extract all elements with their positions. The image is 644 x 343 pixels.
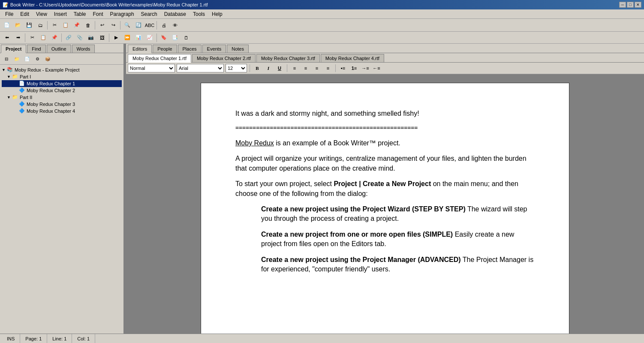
doc-tab-moby-redux-chapter-3.rtf[interactable]: Moby Redux Chapter 3.rtf <box>256 54 320 62</box>
open-button[interactable]: 📂 <box>13 21 23 30</box>
document-page[interactable]: It was a dark and stormy night, and some… <box>201 83 569 334</box>
underline-button[interactable]: U <box>275 64 284 72</box>
indent-button[interactable]: →≡ <box>361 64 370 72</box>
window-controls[interactable]: ─ □ ✕ <box>619 2 641 8</box>
menu-item-help[interactable]: Help <box>208 10 226 18</box>
tree-add-doc[interactable]: 📄 <box>22 54 32 63</box>
section-tab-people[interactable]: People <box>153 45 177 53</box>
save-button[interactable]: 💾 <box>24 21 34 30</box>
left-tab-words[interactable]: Words <box>72 45 95 53</box>
print-preview-button[interactable]: 👁 <box>170 21 180 30</box>
section-tab-editors[interactable]: Editors <box>128 45 152 53</box>
close-button[interactable]: ✕ <box>635 2 641 8</box>
menu-bar: FileEditViewInsertTableFontParagraphSear… <box>0 9 644 19</box>
doc-line-4: A project will organize your writings, c… <box>235 154 535 173</box>
tb2-btn8[interactable]: 📷 <box>86 33 96 42</box>
tb2-btn5[interactable]: 📌 <box>49 33 60 42</box>
bold-button[interactable]: B <box>253 64 262 72</box>
doc-tab-moby-redux-chapter-4.rtf[interactable]: Moby Redux Chapter 4.rtf <box>321 54 384 62</box>
tree-add[interactable]: 📁 <box>12 54 21 63</box>
project-tree: ▼ 📚 Moby Redux - Example Project ▼ 📁 Par… <box>0 65 123 334</box>
menu-item-table[interactable]: Table <box>70 10 90 18</box>
doc-tab-moby-redux-chapter-1.rtf[interactable]: Moby Redux Chapter 1.rtf <box>128 54 191 63</box>
tree-options[interactable]: ⚙ <box>33 54 42 63</box>
tb2-btn1[interactable]: ⬅ <box>2 33 12 42</box>
ch2-icon: 🔷 <box>19 87 26 93</box>
editor-area[interactable]: It was a dark and stormy night, and some… <box>126 74 644 334</box>
menu-item-font[interactable]: Font <box>90 10 107 18</box>
ch1-icon: 📄 <box>19 81 26 87</box>
align-justify-button[interactable]: ≡ <box>323 64 333 72</box>
tb2-btn15[interactable]: 📑 <box>170 33 180 42</box>
section-tab-places[interactable]: Places <box>178 45 202 53</box>
undo-button[interactable]: ↩ <box>97 21 107 30</box>
tb2-btn3[interactable]: ✂ <box>27 33 37 42</box>
tb2-btn2[interactable]: ➡ <box>13 33 23 42</box>
doc-bold-3: Create a new project from one or more op… <box>261 231 453 238</box>
print-button[interactable]: 🖨 <box>159 21 169 30</box>
tb2-btn16[interactable]: 🗒 <box>181 33 191 42</box>
menu-item-search[interactable]: Search <box>138 10 161 18</box>
tree-ch4-label: Moby Redux Chapter 4 <box>27 108 75 114</box>
status-line: Line: 1 <box>47 334 72 343</box>
moby-redux-link: Moby Redux <box>235 139 274 147</box>
copy-button[interactable]: 📋 <box>60 21 71 30</box>
maximize-button[interactable]: □ <box>627 2 634 8</box>
section-tab-notes[interactable]: Notes <box>227 45 249 53</box>
spellcheck-button[interactable]: ABC <box>144 21 155 30</box>
left-tab-outline[interactable]: Outline <box>47 45 71 53</box>
outdent-button[interactable]: ←≡ <box>372 64 381 72</box>
tree-ch2[interactable]: 🔷 Moby Redux Chapter 2 <box>2 87 122 94</box>
doc-tab-moby-redux-chapter-2.rtf[interactable]: Moby Redux Chapter 2.rtf <box>192 54 256 62</box>
font-selector[interactable]: Arial Times New Roman Courier New <box>177 64 224 72</box>
tb2-btn4[interactable]: 📋 <box>38 33 48 42</box>
menu-item-file[interactable]: File <box>2 10 17 18</box>
style-selector[interactable]: Normal Heading 1 Heading 2 <box>128 64 175 72</box>
tb2-btn7[interactable]: 📎 <box>75 33 85 42</box>
redo-button[interactable]: ↪ <box>108 21 118 30</box>
numbered-list-button[interactable]: 1≡ <box>349 64 359 72</box>
tb2-btn14[interactable]: 🔖 <box>159 33 169 42</box>
left-tab-project[interactable]: Project <box>1 45 26 53</box>
toolbar-1: 📄 📂 💾 🗂 ✂ 📋 📌 🗑 ↩ ↪ 🔍 🔄 ABC 🖨 👁 <box>0 19 644 32</box>
minimize-button[interactable]: ─ <box>619 2 626 8</box>
section-tab-events[interactable]: Events <box>202 45 226 53</box>
tb2-btn12[interactable]: 📊 <box>133 33 144 42</box>
delete-button[interactable]: 🗑 <box>83 21 93 30</box>
tree-root[interactable]: ▼ 📚 Moby Redux - Example Project <box>2 66 122 73</box>
tree-ch4[interactable]: 🔷 Moby Redux Chapter 4 <box>2 108 122 114</box>
tb2-btn6[interactable]: 🔗 <box>63 33 74 42</box>
tb2-btn10[interactable]: ▶ <box>111 33 121 42</box>
paste-button[interactable]: 📌 <box>72 21 82 30</box>
tree-part2[interactable]: ▼ 📁 Part II <box>2 94 122 101</box>
tb2-btn11[interactable]: ⏩ <box>122 33 132 42</box>
tree-ch1[interactable]: 📄 Moby Redux Chapter 1 <box>2 80 122 87</box>
status-col: Col: 1 <box>72 334 95 343</box>
align-center-button[interactable]: ≡ <box>301 64 310 72</box>
menu-item-insert[interactable]: Insert <box>51 10 70 18</box>
menu-item-tools[interactable]: Tools <box>190 10 208 18</box>
align-right-button[interactable]: ≡ <box>312 64 322 72</box>
part2-icon: 📁 <box>12 94 19 100</box>
menu-item-database[interactable]: Database <box>161 10 190 18</box>
tree-collapse-all[interactable]: ⊟ <box>2 54 11 63</box>
bullet-list-button[interactable]: •≡ <box>338 64 348 72</box>
save-all-button[interactable]: 🗂 <box>35 21 45 30</box>
menu-item-edit[interactable]: Edit <box>17 10 33 18</box>
new-button[interactable]: 📄 <box>2 21 12 30</box>
left-tab-find[interactable]: Find <box>27 45 45 53</box>
cut-button[interactable]: ✂ <box>49 21 60 30</box>
tb2-btn13[interactable]: 📈 <box>144 33 155 42</box>
align-left-button[interactable]: ≡ <box>290 64 299 72</box>
replace-button[interactable]: 🔄 <box>133 21 144 30</box>
doc-line-7: Create a new project from one or more op… <box>235 230 535 249</box>
tree-part1[interactable]: ▼ 📁 Part I <box>2 73 122 80</box>
find-button[interactable]: 🔍 <box>122 21 132 30</box>
size-selector[interactable]: 12 10 14 16 <box>226 64 247 72</box>
tree-compile[interactable]: 📦 <box>43 54 52 63</box>
tree-ch3[interactable]: 🔷 Moby Redux Chapter 3 <box>2 101 122 108</box>
italic-button[interactable]: I <box>264 64 273 72</box>
menu-item-view[interactable]: View <box>33 10 51 18</box>
menu-item-paragraph[interactable]: Paragraph <box>107 10 138 18</box>
tb2-btn9[interactable]: 🖼 <box>97 33 107 42</box>
